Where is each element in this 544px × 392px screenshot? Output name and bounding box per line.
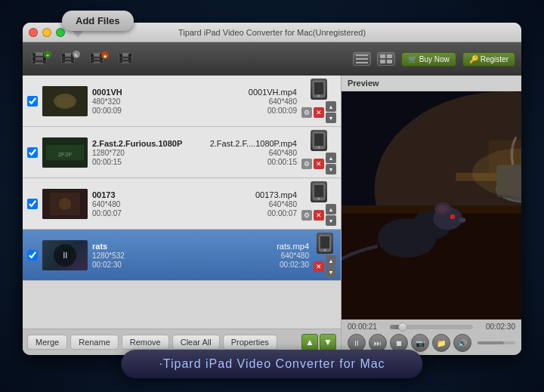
- svg-rect-50: [314, 185, 323, 197]
- file-res-3: 1280*532: [92, 252, 125, 260]
- svg-rect-30: [380, 54, 385, 58]
- add-files-button[interactable]: Add Files: [62, 11, 134, 31]
- file-settings-1[interactable]: ⚙: [301, 159, 312, 169]
- file-output-res-2: 640*480: [269, 200, 297, 208]
- file-up-2[interactable]: ▲: [326, 204, 336, 215]
- svg-rect-18: [91, 57, 103, 58]
- file-name-0: 0001VH: [92, 88, 122, 97]
- content-area: 0001VH 0001VH.mp4 480*320 640*480 00:00:…: [23, 76, 521, 355]
- file-up-0[interactable]: ▲: [326, 101, 336, 112]
- svg-point-54: [324, 249, 326, 252]
- video-scene: [342, 91, 521, 319]
- file-up-1[interactable]: ▲: [326, 153, 336, 163]
- file-down-3[interactable]: ▼: [326, 267, 336, 277]
- file-checkbox-1[interactable]: [27, 147, 38, 158]
- thumbnail-view-btn[interactable]: [377, 52, 395, 66]
- file-output-3: rats.mp4: [277, 242, 309, 251]
- svg-point-48: [59, 198, 71, 210]
- file-remove-2[interactable]: ✕: [314, 210, 324, 221]
- file-item-2[interactable]: 00173 00173.mp4 640*480 640*480 00:00:07…: [23, 178, 341, 230]
- svg-rect-28: [356, 58, 368, 60]
- ipad-icon-3: [317, 233, 333, 254]
- file-settings-2[interactable]: ⚙: [301, 210, 312, 221]
- clear-all-button[interactable]: Clear All: [172, 335, 220, 350]
- svg-rect-44: [314, 134, 323, 146]
- file-remove-0[interactable]: ✕: [314, 107, 324, 118]
- edit-icon[interactable]: ✎: [57, 46, 83, 72]
- file-action-icons-1: ⚙ ✕ ▲ ▼: [301, 153, 336, 174]
- file-down-2[interactable]: ▼: [326, 215, 336, 226]
- file-name-3: rats: [92, 242, 107, 251]
- add-video-icon[interactable]: +: [29, 46, 54, 72]
- progress-thumb[interactable]: [398, 323, 407, 332]
- screenshot-button[interactable]: 📷: [411, 334, 429, 352]
- svg-text:✎: ✎: [74, 53, 79, 58]
- video-effect-icon[interactable]: ★: [86, 46, 112, 72]
- file-down-0[interactable]: ▼: [326, 113, 336, 123]
- snapshot-icon[interactable]: [115, 46, 141, 72]
- register-button[interactable]: 🔑 Register: [462, 52, 515, 66]
- file-remove-1[interactable]: ✕: [314, 159, 324, 169]
- file-list-panel: 0001VH 0001VH.mp4 480*320 640*480 00:00:…: [23, 76, 342, 355]
- list-view-btn[interactable]: [353, 52, 371, 66]
- file-item-0[interactable]: 0001VH 0001VH.mp4 480*320 640*480 00:00:…: [23, 76, 341, 127]
- minimize-button[interactable]: [42, 28, 51, 37]
- volume-slider[interactable]: [478, 341, 515, 344]
- svg-point-67: [459, 218, 466, 222]
- maximize-button[interactable]: [56, 28, 65, 37]
- svg-point-65: [438, 205, 448, 213]
- title-bar-buttons: [29, 28, 65, 37]
- preview-label: Preview: [342, 76, 521, 91]
- svg-rect-53: [320, 236, 329, 248]
- rename-button[interactable]: Rename: [70, 335, 119, 350]
- folder-button[interactable]: 📁: [432, 334, 450, 352]
- toolbar: + ✎ ★: [23, 42, 521, 76]
- file-settings-0[interactable]: ⚙: [301, 107, 312, 118]
- file-details-1: 2.Fast.2.Furious.1080P 2.Fast.2.F....108…: [92, 139, 297, 166]
- file-checkbox-0[interactable]: [27, 96, 38, 106]
- file-checkbox-3[interactable]: [27, 250, 38, 261]
- properties-button[interactable]: Properties: [223, 335, 277, 350]
- svg-point-45: [318, 147, 320, 149]
- progress-bar-container: 00:00:21 00:02:30: [348, 323, 515, 331]
- file-output-dur-3: 00:02:30: [280, 261, 309, 269]
- move-down-button[interactable]: ▼: [320, 334, 336, 350]
- file-remove-3[interactable]: ✕: [314, 261, 324, 272]
- file-up-3[interactable]: ▲: [326, 255, 336, 266]
- file-details-3: rats rats.mp4 1280*532 640*480 00:02:30 …: [92, 242, 309, 269]
- file-output-2: 00173.mp4: [255, 190, 297, 199]
- ipad-icon-1: [311, 130, 327, 151]
- remove-button[interactable]: Remove: [122, 335, 169, 350]
- preview-video: [342, 91, 521, 319]
- buy-now-button[interactable]: 🛒 Buy Now: [401, 52, 456, 66]
- file-item-1[interactable]: 2F2F 2.Fast.2.Furious.1080P 2.Fast.2.F..…: [23, 127, 341, 178]
- file-output-dur-1: 00:00:15: [267, 158, 297, 166]
- svg-rect-12: [62, 60, 74, 61]
- svg-rect-26: [119, 60, 131, 61]
- brand-bar: ·Tipard iPad Video Converter for Mac: [121, 350, 422, 378]
- file-dur-1: 00:00:15: [92, 158, 122, 166]
- progress-bar[interactable]: [390, 325, 473, 329]
- file-action-icons-0: ⚙ ✕ ▲ ▼: [301, 101, 336, 123]
- svg-rect-5: [32, 60, 46, 62]
- svg-rect-11: [62, 57, 74, 58]
- file-down-1[interactable]: ▼: [326, 164, 336, 174]
- close-button[interactable]: [29, 28, 38, 37]
- file-res-1: 1280*720: [92, 149, 125, 157]
- svg-rect-19: [91, 60, 103, 61]
- file-actions-1: ⚙ ✕ ▲ ▼: [301, 130, 336, 174]
- file-name-2: 00173: [92, 190, 116, 199]
- move-buttons: ▲ ▼: [301, 334, 336, 350]
- volume-button[interactable]: 🔊: [453, 334, 471, 352]
- pause-overlay: ⏸: [54, 244, 76, 267]
- file-res-2: 640*480: [92, 200, 120, 208]
- svg-rect-27: [356, 54, 368, 56]
- file-checkbox-2[interactable]: [27, 199, 38, 209]
- svg-text:+: +: [46, 52, 50, 59]
- preview-panel: Preview: [342, 76, 521, 355]
- file-item-3[interactable]: ⏸ rats rats.mp4 1280*532 640*480: [23, 230, 341, 281]
- current-time: 00:00:21: [348, 323, 385, 331]
- merge-button[interactable]: Merge: [27, 335, 67, 350]
- move-up-button[interactable]: ▲: [301, 334, 318, 350]
- svg-point-66: [450, 215, 455, 219]
